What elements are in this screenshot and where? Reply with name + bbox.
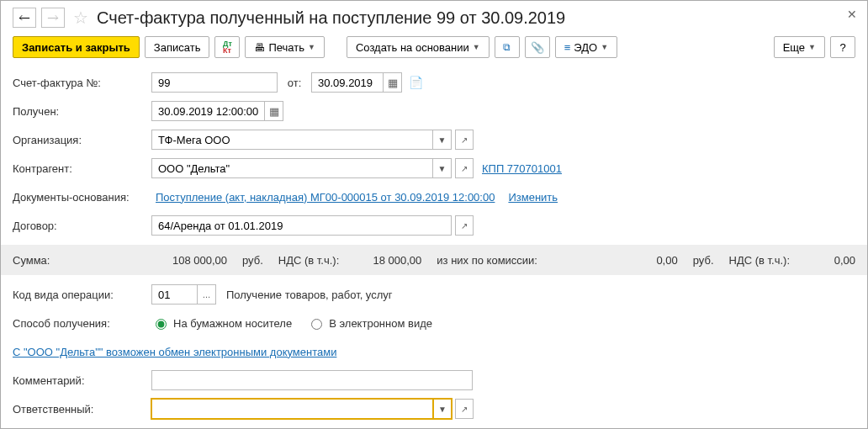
print-button[interactable]: 🖶 Печать ▼ bbox=[245, 36, 325, 58]
related-docs-button[interactable]: ⧉ bbox=[495, 36, 520, 58]
counterparty-input[interactable] bbox=[151, 158, 433, 178]
calendar-icon: ▦ bbox=[388, 77, 398, 89]
favorite-star-icon[interactable]: ☆ bbox=[73, 8, 88, 28]
invoice-date-input[interactable] bbox=[311, 72, 384, 93]
from-label: от: bbox=[278, 77, 311, 89]
sum-commission-vat: 0,00 bbox=[805, 254, 855, 267]
org-input[interactable] bbox=[151, 130, 433, 150]
calendar-icon: ▦ bbox=[269, 105, 279, 118]
sum-row: Сумма: 108 000,00 руб. НДС (в т.ч.): 18 … bbox=[1, 245, 867, 275]
edo-button[interactable]: ≡ ЭДО ▼ bbox=[555, 36, 617, 58]
paperclip-icon: 📎 bbox=[531, 41, 544, 54]
dtkt-icon: ДтКт bbox=[223, 40, 232, 54]
open-ref-button[interactable]: ↗ bbox=[455, 158, 474, 178]
chevron-down-icon: ▼ bbox=[308, 43, 315, 51]
change-link[interactable]: Изменить bbox=[508, 191, 558, 204]
receive-method-label: Способ получения: bbox=[13, 317, 151, 330]
sum-commission: 0,00 bbox=[553, 254, 678, 267]
paper-radio[interactable]: На бумажном носителе bbox=[151, 316, 292, 330]
vat-label: НДС (в т.ч.): bbox=[278, 254, 340, 267]
open-ref-button[interactable]: ↗ bbox=[455, 215, 474, 236]
dropdown-button[interactable]: ▼ bbox=[433, 158, 452, 178]
dropdown-button[interactable]: ▼ bbox=[433, 399, 452, 419]
chevron-down-icon: ▼ bbox=[473, 43, 480, 51]
edo-icon: ≡ bbox=[564, 41, 571, 54]
open-ref-button[interactable]: ↗ bbox=[455, 399, 474, 419]
toolbar: Записать и закрыть Записать ДтКт 🖶 Печат… bbox=[13, 36, 855, 58]
save-and-close-button[interactable]: Записать и закрыть bbox=[13, 36, 140, 58]
page-title: Счет-фактура полученный на поступление 9… bbox=[97, 8, 565, 28]
sum-label: Сумма: bbox=[13, 254, 151, 267]
op-code-input[interactable] bbox=[151, 284, 198, 305]
vat2-label: НДС (в т.ч.): bbox=[729, 254, 791, 267]
edo-exchange-link[interactable]: С "ООО "Дельта"" возможен обмен электрон… bbox=[13, 346, 336, 358]
op-code-desc: Получение товаров, работ, услуг bbox=[226, 289, 393, 301]
titlebar: 🡐 🡒 ☆ Счет-фактура полученный на поступл… bbox=[13, 8, 855, 28]
comment-label: Комментарий: bbox=[13, 374, 151, 387]
kpp-link[interactable]: КПП 770701001 bbox=[482, 162, 562, 175]
create-based-on-button[interactable]: Создать на основании ▼ bbox=[347, 36, 490, 58]
dropdown-button[interactable]: ▼ bbox=[433, 130, 452, 150]
org-label: Организация: bbox=[13, 134, 151, 146]
help-button[interactable]: ? bbox=[830, 36, 855, 58]
invoice-no-input[interactable] bbox=[151, 72, 278, 93]
print-icon: 🖶 bbox=[254, 41, 265, 54]
save-button[interactable]: Записать bbox=[145, 36, 210, 58]
contract-input[interactable] bbox=[151, 215, 452, 236]
attachments-button[interactable]: 📎 bbox=[525, 36, 550, 58]
basis-doc-link[interactable]: Поступление (акт, накладная) МГ00-000015… bbox=[156, 191, 495, 204]
responsible-input[interactable] bbox=[151, 399, 433, 419]
op-code-label: Код вида операции: bbox=[13, 289, 151, 301]
comment-input[interactable] bbox=[151, 370, 473, 390]
document-window: ✕ 🡐 🡒 ☆ Счет-фактура полученный на посту… bbox=[0, 0, 868, 429]
calendar-button[interactable]: ▦ bbox=[265, 101, 283, 121]
calendar-button[interactable]: ▦ bbox=[384, 72, 402, 93]
open-ref-button[interactable]: ↗ bbox=[455, 130, 474, 150]
apply-icon[interactable]: 📄 bbox=[409, 76, 423, 89]
electronic-radio[interactable]: В электронном виде bbox=[307, 316, 432, 330]
nav-forward-button[interactable]: 🡒 bbox=[41, 8, 65, 28]
contract-label: Договор: bbox=[13, 220, 151, 232]
commission-label: из них по комиссии: bbox=[437, 254, 537, 267]
received-input[interactable] bbox=[151, 101, 265, 121]
op-code-select-button[interactable]: … bbox=[198, 284, 216, 305]
received-label: Получен: bbox=[13, 105, 151, 118]
dtkt-button[interactable]: ДтКт bbox=[214, 36, 240, 58]
responsible-label: Ответственный: bbox=[13, 403, 151, 416]
chevron-down-icon: ▼ bbox=[601, 43, 608, 51]
sum-vat: 18 000,00 bbox=[354, 254, 421, 267]
chevron-down-icon: ▼ bbox=[808, 43, 816, 51]
counterparty-label: Контрагент: bbox=[13, 162, 151, 175]
related-icon: ⧉ bbox=[503, 41, 511, 53]
more-button[interactable]: Еще ▼ bbox=[774, 36, 825, 58]
sum-total: 108 000,00 bbox=[151, 254, 227, 267]
nav-back-button[interactable]: 🡐 bbox=[13, 8, 36, 28]
basis-docs-label: Документы-основания: bbox=[13, 191, 156, 204]
close-icon[interactable]: ✕ bbox=[847, 8, 857, 21]
invoice-no-label: Счет-фактура №: bbox=[13, 77, 151, 89]
